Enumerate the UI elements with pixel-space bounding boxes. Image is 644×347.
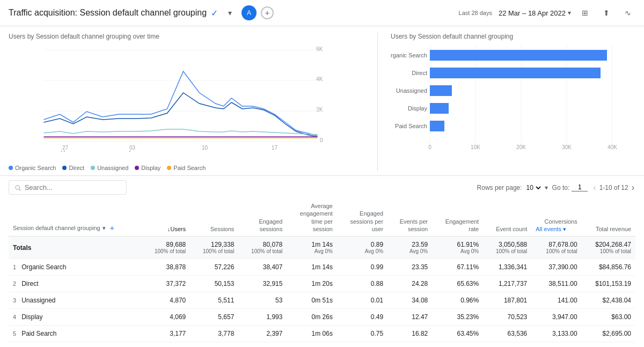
cell-engagement-rate-2: 0.96% xyxy=(432,292,483,309)
table-row: 4 Display 4,069 5,657 1,993 0m 26s 0.49 … xyxy=(9,309,635,326)
legend-dot-paid-search xyxy=(167,166,171,170)
dimension-dropdown-icon[interactable]: ▾ xyxy=(103,224,106,232)
col-header-conversions[interactable]: Conversions All events ▾ xyxy=(531,199,581,237)
svg-text:6K: 6K xyxy=(316,46,323,52)
cell-total-revenue-1: $101,153.19 xyxy=(582,276,635,292)
prev-page-button[interactable]: ‹ xyxy=(592,183,597,193)
line-chart-legend: Organic Search Direct Unassigned Display… xyxy=(9,165,369,171)
svg-text:Apr: Apr xyxy=(128,150,137,152)
next-page-button[interactable]: › xyxy=(631,183,635,193)
col-header-sessions[interactable]: Sessions xyxy=(190,199,238,237)
legend-label-unassigned: Unassigned xyxy=(97,165,128,171)
search-input[interactable] xyxy=(25,183,121,191)
svg-text:Direct: Direct xyxy=(412,70,427,76)
col-header-event-count[interactable]: Event count xyxy=(483,199,531,237)
cell-engaged-sessions-0: 38,407 xyxy=(238,259,287,276)
line-chart-svg: 6K 4K 2K 0 27 xyxy=(9,45,369,152)
cell-events-per-session-3: 12.47 xyxy=(387,309,432,326)
page-title: Traffic acquisition: Session default cha… xyxy=(9,8,207,18)
legend-paid-search: Paid Search xyxy=(167,165,206,171)
cell-sessions-1: 50,153 xyxy=(190,276,238,292)
data-table: Session default channel grouping ▾ + ↓Us… xyxy=(9,199,635,342)
cell-engagement-rate-4: 63.45% xyxy=(432,326,483,342)
cell-event-count-4: 63,536 xyxy=(483,326,531,342)
search-box[interactable] xyxy=(9,180,127,195)
cell-engaged-sessions-1: 32,915 xyxy=(238,276,287,292)
page-info: 1-10 of 12 xyxy=(599,184,628,191)
title-dropdown-btn[interactable]: ▾ xyxy=(222,5,237,20)
totals-engaged-per-user: 0.89 Avg 0% xyxy=(337,237,387,259)
cell-engaged-per-user-1: 0.88 xyxy=(337,276,387,292)
col-header-engagement-rate[interactable]: Engagementrate xyxy=(432,199,483,237)
legend-label-paid-search: Paid Search xyxy=(173,165,206,171)
table-section: Rows per page: 10 25 50 ▾ Go to: ‹ 1-10 … xyxy=(0,176,644,346)
cell-avg-engagement-3: 0m 26s xyxy=(287,309,336,326)
add-view-button[interactable]: + xyxy=(261,6,274,19)
cell-sessions-2: 5,511 xyxy=(190,292,238,309)
goto-input[interactable] xyxy=(572,183,588,191)
page-nav: ‹ 1-10 of 12 › xyxy=(592,183,635,193)
cell-engagement-rate-1: 65.63% xyxy=(432,276,483,292)
cell-sessions-0: 57,226 xyxy=(190,259,238,276)
col-header-engaged-per-user[interactable]: Engagedsessions peruser xyxy=(337,199,387,237)
col-header-avg-engagement[interactable]: Averageengagementtime persession xyxy=(287,199,336,237)
dimension-col-label: Session default channel grouping xyxy=(13,224,100,232)
cell-dimension-1: 2 Direct xyxy=(9,276,142,292)
cell-sessions-4: 3,778 xyxy=(190,326,238,342)
table-row: 5 Paid Search 3,177 3,778 2,397 1m 06s 0… xyxy=(9,326,635,342)
totals-total-revenue: $204,268.47 100% of total xyxy=(582,237,635,259)
rows-per-page-label: Rows per page: xyxy=(477,184,522,191)
date-dropdown-icon: ▾ xyxy=(568,9,571,17)
insights-icon-btn[interactable]: ∿ xyxy=(620,5,635,20)
cell-conversions-4: 3,133.00 xyxy=(531,326,581,342)
col-header-engaged-sessions[interactable]: Engagedsessions xyxy=(238,199,287,237)
svg-text:0: 0 xyxy=(428,144,431,150)
date-range-picker[interactable]: 22 Mar – 18 Apr 2022 ▾ xyxy=(499,9,571,17)
line-chart-panel: Users by Session default channel groupin… xyxy=(9,33,378,171)
rows-per-page-select[interactable]: 10 25 50 xyxy=(524,183,543,192)
cell-events-per-session-4: 16.82 xyxy=(387,326,432,342)
table-row: 1 Organic Search 38,878 57,226 38,407 1m… xyxy=(9,259,635,276)
bar-chart-container: 0 10K 20K 30K 40K Organic Search Direct … xyxy=(391,45,635,163)
cell-events-per-session-1: 24.28 xyxy=(387,276,432,292)
rows-per-page: Rows per page: 10 25 50 ▾ xyxy=(477,183,548,192)
cell-engaged-sessions-3: 1,993 xyxy=(238,309,287,326)
bar-unassigned xyxy=(430,85,452,96)
legend-label-display: Display xyxy=(141,165,160,171)
pagination: Rows per page: 10 25 50 ▾ Go to: ‹ 1-10 … xyxy=(477,183,635,193)
cell-users-3: 4,069 xyxy=(142,309,190,326)
cell-dimension-2: 3 Unassigned xyxy=(9,292,142,309)
cell-dimension-0: 1 Organic Search xyxy=(9,259,142,276)
col-header-events-per-session[interactable]: Events persession xyxy=(387,199,432,237)
svg-text:20K: 20K xyxy=(516,144,526,150)
cell-event-count-2: 187,801 xyxy=(483,292,531,309)
bar-direct xyxy=(430,68,601,78)
col-header-total-revenue[interactable]: Total revenue xyxy=(582,199,635,237)
cell-avg-engagement-1: 1m 20s xyxy=(287,276,336,292)
cell-total-revenue-4: $2,695.00 xyxy=(582,326,635,342)
col-header-users[interactable]: ↓Users xyxy=(142,199,190,237)
svg-text:10: 10 xyxy=(202,145,208,151)
legend-dot-display xyxy=(135,166,139,170)
charts-section: Users by Session default channel groupin… xyxy=(0,26,644,176)
search-icon xyxy=(14,184,21,191)
cell-engaged-sessions-4: 2,397 xyxy=(238,326,287,342)
cell-engaged-sessions-2: 53 xyxy=(238,292,287,309)
svg-text:40K: 40K xyxy=(608,144,617,150)
svg-text:10K: 10K xyxy=(471,144,480,150)
legend-label-organic: Organic Search xyxy=(15,165,56,171)
table-row: 2 Direct 37,372 50,153 32,915 1m 20s 0.8… xyxy=(9,276,635,292)
cell-dimension-3: 4 Display xyxy=(9,309,142,326)
cell-total-revenue-2: $2,438.04 xyxy=(582,292,635,309)
totals-row: Totals 89,688 100% of total 129,338 100%… xyxy=(9,237,635,259)
compare-icon-btn[interactable]: ⊞ xyxy=(577,5,592,20)
share-icon-btn[interactable]: ⬆ xyxy=(599,5,614,20)
cell-event-count-1: 1,217,737 xyxy=(483,276,531,292)
cell-events-per-session-0: 23.35 xyxy=(387,259,432,276)
conversions-filter[interactable]: All events ▾ xyxy=(536,225,577,233)
svg-point-29 xyxy=(16,185,19,189)
cell-users-0: 38,878 xyxy=(142,259,190,276)
svg-text:Mar: Mar xyxy=(61,150,70,152)
add-metric-button[interactable]: + xyxy=(110,223,114,233)
table-body: 1 Organic Search 38,878 57,226 38,407 1m… xyxy=(9,259,635,342)
